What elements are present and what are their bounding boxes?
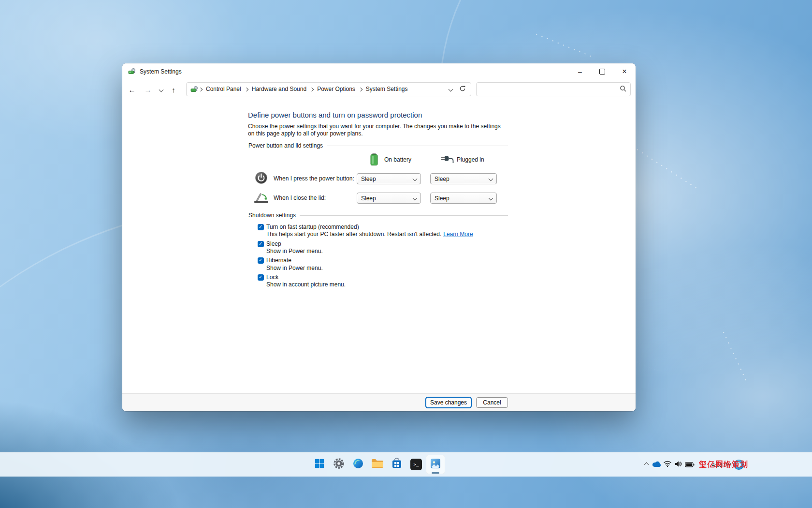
search-icon[interactable] (620, 85, 626, 93)
page-content: Define power buttons and turn on passwor… (122, 99, 636, 394)
up-button[interactable]: ↑ (167, 83, 180, 96)
power-button-on-battery-select[interactable]: Sleep (357, 173, 421, 184)
section-divider (327, 146, 508, 146)
start-button[interactable] (310, 455, 329, 474)
lock-description: Show in account picture menu. (266, 281, 346, 288)
chevron-down-icon (159, 87, 163, 92)
power-options-icon (128, 68, 136, 75)
fast-startup-description: This helps start your PC faster after sh… (266, 231, 473, 238)
close-lid-plugged-in-select[interactable]: Sleep (430, 193, 497, 204)
power-options-icon (190, 86, 198, 93)
column-header-on-battery: On battery (384, 156, 411, 163)
power-button-plugged-in-select[interactable]: Sleep (430, 173, 497, 184)
learn-more-link[interactable]: Learn More (443, 231, 473, 238)
breadcrumb-item-power-options[interactable]: Power Options (314, 83, 358, 96)
hibernate-label[interactable]: Hibernate (266, 257, 291, 264)
navigation-toolbar: ← → ↑ Control Panel Hardware and Sound (122, 80, 636, 99)
chevron-right-icon[interactable] (244, 87, 248, 91)
row-label-power-button: When I press the power button: (274, 175, 354, 182)
sleep-description: Show in Power menu. (266, 248, 323, 254)
footer-bar: Save changes Cancel (122, 393, 636, 411)
chevron-down-icon (489, 177, 493, 181)
taskbar-item-file-explorer[interactable] (368, 455, 387, 474)
breadcrumb-item-control-panel[interactable]: Control Panel (203, 83, 244, 96)
recent-locations-button[interactable] (156, 83, 166, 96)
back-button[interactable]: ← (125, 83, 139, 96)
speaker-icon (674, 461, 682, 469)
terminal-glyph: >_ (414, 462, 419, 467)
tray-hidden-icons-button[interactable] (640, 453, 652, 477)
save-changes-button[interactable]: Save changes (426, 397, 471, 408)
back-icon: ← (129, 86, 136, 94)
refresh-button[interactable] (459, 85, 466, 93)
taskbar-item-settings[interactable] (329, 455, 348, 474)
breadcrumb[interactable]: Control Panel Hardware and Sound Power O… (186, 82, 471, 96)
desktop: System Settings – × ← → ↑ (0, 0, 812, 508)
power-button-icon (255, 171, 268, 186)
forward-icon: → (145, 86, 152, 94)
hibernate-description: Show in Power menu. (266, 265, 323, 271)
window-title: System Settings (140, 63, 182, 80)
titlebar[interactable]: System Settings – × (122, 63, 636, 80)
lock-label[interactable]: Lock (266, 274, 278, 281)
wallpaper-sparkles (722, 329, 748, 383)
search-box (476, 82, 631, 96)
minimize-icon: – (578, 68, 582, 75)
terminal-icon: >_ (410, 459, 422, 470)
tray-network-button[interactable] (662, 453, 673, 477)
tray-onedrive-button[interactable] (651, 453, 663, 477)
close-icon: × (622, 67, 626, 76)
tray-volume-button[interactable] (672, 453, 684, 477)
section-shutdown-heading: Shutdown settings (248, 212, 508, 219)
taskbar-item-edge[interactable] (348, 455, 368, 474)
row-label-close-lid: When I close the lid: (274, 194, 326, 201)
close-lid-on-battery-select[interactable]: Sleep (357, 193, 421, 204)
search-input[interactable] (480, 86, 620, 93)
close-button[interactable]: × (613, 63, 636, 80)
watermark-text: 玺亿网络策划 (699, 460, 748, 470)
minimize-button[interactable]: – (569, 63, 591, 80)
battery-icon (370, 152, 378, 167)
system-settings-window: System Settings – × ← → ↑ (122, 63, 636, 411)
chevron-right-icon[interactable] (310, 87, 314, 91)
chevron-down-icon (413, 196, 418, 201)
chevron-up-icon (644, 463, 649, 467)
breadcrumb-item-hardware-and-sound[interactable]: Hardware and Sound (249, 83, 309, 96)
cancel-button[interactable]: Cancel (476, 397, 508, 408)
plug-icon (440, 154, 455, 165)
maximize-button[interactable] (591, 63, 613, 80)
microsoft-store-icon (391, 458, 403, 471)
option-description-text: This helps start your PC faster after sh… (266, 231, 441, 238)
sleep-label[interactable]: Sleep (266, 240, 281, 247)
sleep-checkbox[interactable] (258, 241, 264, 247)
hibernate-checkbox[interactable] (258, 257, 264, 264)
section-power-button-heading: Power button and lid settings (248, 142, 508, 149)
select-value: Sleep (361, 195, 413, 202)
taskbar-center-icons: >_ (310, 455, 445, 474)
section-heading-label: Power button and lid settings (248, 142, 323, 149)
wallpaper-sparkles (534, 33, 592, 58)
wallpaper-sparkles (630, 145, 699, 190)
fast-startup-checkbox[interactable] (258, 224, 264, 230)
chevron-down-icon (489, 196, 493, 201)
section-divider (300, 215, 508, 216)
column-header-plugged-in: Plugged in (457, 156, 484, 163)
battery-status-icon (685, 461, 695, 469)
lock-checkbox[interactable] (258, 274, 264, 281)
tray-battery-button[interactable] (684, 453, 696, 477)
taskbar-item-terminal[interactable]: >_ (406, 455, 426, 474)
forward-button[interactable]: → (141, 83, 155, 96)
breadcrumb-item-system-settings[interactable]: System Settings (363, 83, 411, 96)
taskbar-item-active-app[interactable] (426, 455, 445, 474)
laptop-lid-icon (253, 192, 269, 205)
chevron-right-icon[interactable] (359, 87, 362, 91)
chevron-down-icon (413, 177, 418, 181)
taskbar-item-store[interactable] (387, 455, 406, 474)
chevron-right-icon[interactable] (199, 87, 203, 91)
select-value: Sleep (435, 176, 489, 182)
taskbar: >_ (0, 452, 812, 477)
address-dropdown-chevron-icon[interactable] (449, 87, 453, 92)
cloud-icon (652, 461, 662, 469)
fast-startup-label[interactable]: Turn on fast startup (recommended) (266, 224, 359, 230)
gear-icon (333, 458, 345, 471)
